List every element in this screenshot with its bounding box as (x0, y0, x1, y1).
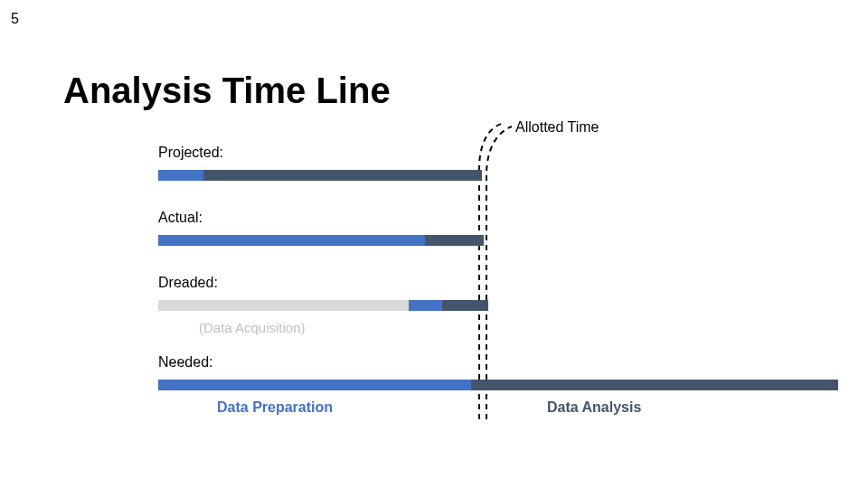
bar-projected (158, 170, 482, 181)
slide: 5 Analysis Time Line Allotted Time Proje… (0, 0, 868, 488)
bar-dreaded (158, 300, 488, 311)
page-number: 5 (11, 11, 19, 27)
segment-analysis (471, 380, 838, 390)
bar-needed (158, 380, 838, 390)
page-title: Analysis Time Line (63, 70, 391, 111)
row-label-actual: Actual: (158, 210, 203, 226)
segment-analysis (425, 235, 484, 246)
row-label-dreaded: Dreaded: (158, 275, 218, 291)
legend-data-analysis: Data Analysis (547, 399, 641, 416)
acquisition-label: (Data Acquisition) (199, 320, 306, 335)
segment-analysis (203, 170, 482, 181)
row-label-needed: Needed: (158, 354, 213, 371)
segment-prep (158, 380, 471, 390)
legend-data-preparation: Data Preparation (217, 399, 333, 416)
allotted-time-marker (468, 116, 523, 419)
segment-analysis (442, 300, 488, 311)
row-label-projected: Projected: (158, 145, 223, 161)
segment-acquisition (158, 300, 409, 311)
segment-prep (158, 170, 203, 181)
dashed-curve-icon (468, 116, 523, 419)
segment-prep (409, 300, 442, 311)
segment-prep (158, 235, 425, 246)
allotted-time-label: Allotted Time (515, 119, 599, 136)
bar-actual (158, 235, 484, 246)
